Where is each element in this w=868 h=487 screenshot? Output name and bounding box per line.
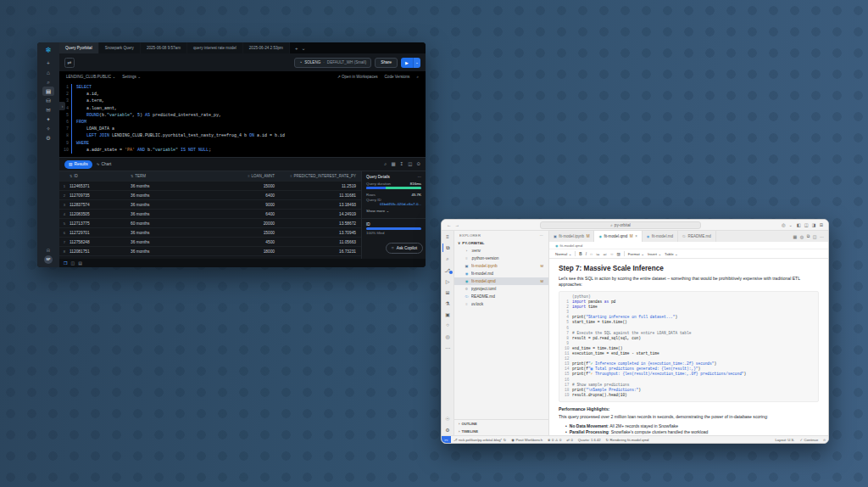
file-item-fit-model.ipynb[interactable]: ▣fit-model.ipynbM bbox=[454, 262, 548, 270]
chevron-down-icon[interactable]: ⌄ bbox=[789, 222, 793, 227]
toggle-panel-icon[interactable]: ◫ bbox=[813, 234, 817, 239]
run-debug-icon[interactable]: ▷ bbox=[442, 277, 453, 285]
settings-gear-icon[interactable]: ⚙ bbox=[442, 425, 453, 434]
account-icon[interactable]: ☉ bbox=[442, 414, 453, 423]
table-row[interactable]: 811208175136 months1800016.73231 bbox=[59, 247, 361, 256]
panel-right-icon[interactable]: ◨ bbox=[812, 222, 816, 227]
ask-copilot-button[interactable]: ⌾ Ask Copilot bbox=[386, 243, 423, 254]
image-icon[interactable]: ▨ bbox=[616, 252, 620, 256]
more-actions-icon[interactable]: ⋯ bbox=[820, 234, 824, 239]
run-button[interactable]: ▶ bbox=[401, 58, 413, 68]
nav-forward-icon[interactable]: → bbox=[455, 222, 460, 227]
bullet-list-icon[interactable]: ≔ bbox=[596, 252, 600, 256]
file-item-uv.lock[interactable]: ≡uv.lock bbox=[454, 300, 548, 308]
ports-item[interactable]: ⇄0 bbox=[564, 438, 575, 442]
editor-tab[interactable]: ◉fit-model.qmdM× bbox=[594, 231, 642, 242]
ai-ml-icon[interactable]: ✦ bbox=[42, 115, 54, 124]
code-versions-button[interactable]: Code Versions bbox=[385, 75, 410, 79]
timeline-section[interactable]: ›TIMELINE bbox=[454, 428, 548, 435]
run-options-chevron[interactable]: ⌄ bbox=[413, 58, 420, 68]
search-icon[interactable]: ⌕ bbox=[442, 255, 453, 263]
extensions-icon[interactable]: ⊞ bbox=[442, 288, 453, 296]
breadcrumb[interactable]: ◉ fit-model.qmd bbox=[549, 242, 828, 249]
explorer-icon[interactable]: ⧉ bbox=[442, 244, 453, 252]
pin-map-icon[interactable]: ◎ bbox=[442, 332, 453, 340]
python-code-cell[interactable]: (python)1import pandas as pd2import time… bbox=[559, 291, 819, 402]
database-selector[interactable]: LENDING_CLUB.PUBLIC ⌄ bbox=[66, 75, 115, 79]
git-branch-item[interactable]: ⎇ nick.pelikan/py-orbital-blog* ↻ bbox=[451, 438, 509, 442]
table-dropdown[interactable]: Table⌄ bbox=[665, 252, 678, 256]
file-item-fit-model.qmd[interactable]: ◉fit-model.qmdM bbox=[454, 277, 548, 285]
run-cell-icon[interactable]: ◎ bbox=[800, 234, 804, 239]
objects-panel-toggle[interactable]: ⇄ bbox=[64, 58, 75, 68]
split-panel-icon[interactable]: ◫ bbox=[70, 260, 75, 266]
sql-editor[interactable]: 1SELECT2 a.id,3 a.term,4 a.loan_amnt,5 R… bbox=[59, 82, 426, 157]
file-item-pyproject.toml[interactable]: ⚙pyproject.toml bbox=[454, 285, 548, 293]
column-header[interactable]: ⇅TERM bbox=[131, 174, 186, 178]
continue-item[interactable]: ✓Continue bbox=[797, 438, 821, 442]
editor-tab[interactable]: ▣fit-model.ipynbM bbox=[549, 231, 594, 242]
nav-back-icon[interactable]: ← bbox=[447, 222, 452, 227]
bold-icon[interactable]: B bbox=[579, 252, 581, 256]
panel-icon[interactable]: ◫ bbox=[408, 161, 412, 167]
admin-gear-icon[interactable]: ⚙ bbox=[42, 133, 54, 143]
account-icon[interactable]: ◎ bbox=[782, 222, 786, 227]
column-header[interactable]: ≡LOAN_AMNT bbox=[186, 174, 283, 178]
rendering-item[interactable]: ↻ Rendering fit-model.qmd bbox=[604, 438, 652, 442]
open-in-workspaces-button[interactable]: ↗ Open in Workspaces bbox=[337, 75, 378, 79]
query-id-link[interactable]: 01bd453c-020d-c6a7-0... bbox=[366, 202, 421, 206]
details-kebab-icon[interactable]: ⋯ bbox=[418, 175, 421, 179]
source-control-icon[interactable]: ⎇ bbox=[442, 266, 453, 274]
file-item-.python-version[interactable]: ≡.python-version bbox=[454, 255, 548, 262]
panel-left-icon[interactable]: ◧ bbox=[797, 222, 801, 227]
editor-tab[interactable]: ⓘREADME.md bbox=[678, 231, 716, 242]
keyboard-layout-item[interactable]: Layout: U.S. bbox=[772, 438, 797, 442]
table-row[interactable]: 111246537136 months1500011.2519 bbox=[59, 182, 361, 191]
chart-tab[interactable]: ∿ Chart bbox=[97, 162, 112, 166]
table-row[interactable]: 511271377560 months2000013.58672 bbox=[59, 219, 361, 228]
editor-search-icon[interactable]: ⌕ bbox=[416, 75, 419, 79]
table-row[interactable]: 411208350536 months640014.24919 bbox=[59, 210, 361, 219]
projects-icon[interactable]: ▤ bbox=[42, 87, 54, 96]
code-icon[interactable]: ‹› bbox=[590, 252, 593, 256]
search-icon[interactable]: ⌕ bbox=[384, 161, 387, 167]
share-button[interactable]: Share bbox=[375, 58, 398, 68]
format-dropdown[interactable]: Format⌄ bbox=[628, 252, 644, 256]
home-icon[interactable]: ⌂ bbox=[42, 68, 54, 77]
table-row[interactable]: 711275824836 months450011.05663 bbox=[59, 238, 361, 247]
file-item-.venv[interactable]: ›.venv bbox=[454, 247, 548, 255]
worksheet-tab[interactable]: Snowpark Query bbox=[99, 42, 141, 53]
user-avatar[interactable]: NP bbox=[44, 255, 53, 264]
explorer-kebab-icon[interactable]: ⋯ bbox=[540, 233, 544, 238]
open-preview-icon[interactable]: ▦ bbox=[793, 234, 798, 239]
notifications-bell-icon[interactable]: ⍾ bbox=[42, 245, 54, 255]
columns-icon[interactable]: ▦ bbox=[391, 161, 395, 167]
posit-workbench-item[interactable]: ◉ Posit Workbench bbox=[509, 438, 545, 442]
file-item-fit-model.md[interactable]: ◉fit-model.md bbox=[454, 270, 548, 277]
split-editor-icon[interactable]: ⧉ bbox=[807, 233, 810, 239]
italic-icon[interactable]: I bbox=[586, 252, 587, 256]
create-plus-icon[interactable]: + bbox=[42, 59, 54, 68]
table-row[interactable]: 211270973536 months640011.31681 bbox=[59, 191, 361, 200]
table-row[interactable]: 311283757436 months900013.18493 bbox=[59, 200, 361, 210]
worksheet-tab[interactable]: 2025-06-08 9:57am bbox=[141, 42, 187, 53]
more-icon[interactable]: ⋯ bbox=[442, 343, 453, 351]
tab-list-chevron-icon[interactable]: ⌄ bbox=[301, 45, 305, 51]
editor-tab[interactable]: ◉fit-model.md bbox=[643, 231, 678, 242]
new-tab-button[interactable]: + bbox=[295, 46, 298, 51]
worksheet-tab[interactable]: 2025-06-24 2:53pm bbox=[243, 42, 290, 53]
worksheet-tab[interactable]: Query Pyorbital bbox=[59, 42, 99, 53]
doc-panel-icon[interactable]: ❐ bbox=[64, 260, 67, 266]
panel-collapse-chevron[interactable]: › bbox=[59, 102, 65, 110]
circle-ext-icon[interactable]: ○ bbox=[442, 321, 453, 329]
outline-section[interactable]: ›OUTLINE bbox=[454, 420, 548, 428]
quarto-version-item[interactable]: Quarto: 1.6.42 bbox=[576, 438, 604, 442]
grid-panel-icon[interactable]: ▤ bbox=[78, 260, 82, 266]
panel-bottom-icon[interactable]: ◫ bbox=[804, 222, 809, 227]
command-center-search[interactable]: ⌕ py-orbital bbox=[540, 221, 701, 229]
search-icon[interactable]: ⌕ bbox=[42, 77, 54, 87]
worksheet-tab[interactable]: query interest rate model bbox=[187, 42, 243, 53]
project-folder-row[interactable]: ∨ PY-ORBITAL bbox=[454, 239, 548, 247]
menu-icon[interactable]: ≡ bbox=[442, 232, 453, 241]
copilot-sparkle-icon[interactable]: ✧ bbox=[42, 124, 54, 133]
